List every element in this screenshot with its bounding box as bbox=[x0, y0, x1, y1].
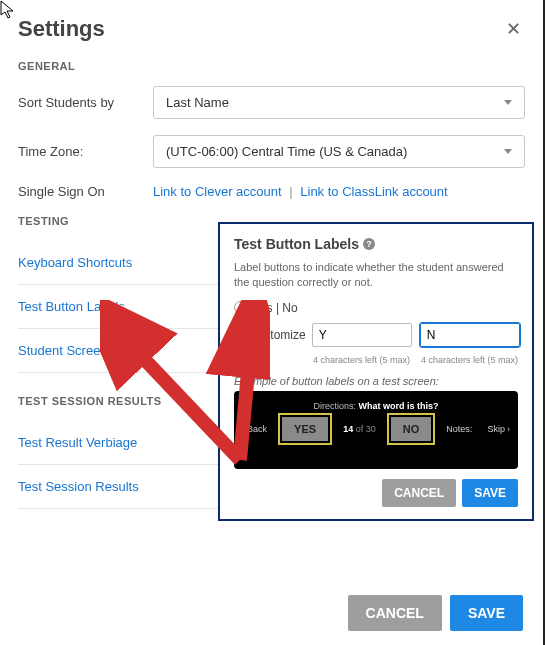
timezone-value: (UTC-06:00) Central Time (US & Canada) bbox=[166, 144, 407, 159]
popup-cancel-button[interactable]: CANCEL bbox=[382, 479, 456, 507]
separator: | bbox=[289, 184, 292, 199]
page-title: Settings bbox=[18, 16, 105, 42]
char-hint-no: 4 characters left (5 max) bbox=[418, 355, 518, 365]
example-label: Example of button labels on a test scree… bbox=[234, 375, 518, 387]
popup-save-button[interactable]: SAVE bbox=[462, 479, 518, 507]
link-clever[interactable]: Link to Clever account bbox=[153, 184, 282, 199]
example-notes: Notes: bbox=[446, 424, 472, 434]
popup-description: Label buttons to indicate whether the st… bbox=[234, 260, 518, 291]
cancel-button[interactable]: CANCEL bbox=[348, 595, 442, 631]
example-no-button: NO bbox=[391, 417, 432, 441]
char-hint-yes: 4 characters left (5 max) bbox=[310, 355, 410, 365]
sort-value: Last Name bbox=[166, 95, 229, 110]
example-directions-label: Directions: bbox=[313, 401, 356, 411]
example-preview: Directions: What word is this? ‹ Back YE… bbox=[234, 391, 518, 469]
radio-customize-label: Customize bbox=[249, 328, 306, 342]
close-icon[interactable]: ✕ bbox=[502, 16, 525, 42]
sort-label: Sort Students by bbox=[18, 95, 153, 110]
popup-title: Test Button Labels bbox=[234, 236, 359, 252]
radio-customize[interactable]: Customize bbox=[234, 323, 518, 347]
link-classlink[interactable]: Link to ClassLink account bbox=[300, 184, 447, 199]
timezone-label: Time Zone: bbox=[18, 144, 153, 159]
chevron-down-icon bbox=[504, 149, 512, 154]
example-skip: Skip › bbox=[487, 424, 510, 434]
example-yes-button: YES bbox=[282, 417, 328, 441]
sort-dropdown[interactable]: Last Name bbox=[153, 86, 525, 119]
label-input-yes[interactable] bbox=[312, 323, 412, 347]
radio-yes-no-label: Yes | No bbox=[253, 301, 298, 315]
radio-icon bbox=[234, 328, 243, 341]
chevron-down-icon bbox=[504, 100, 512, 105]
example-back: ‹ Back bbox=[242, 424, 267, 434]
label-input-no[interactable] bbox=[420, 323, 520, 347]
timezone-dropdown[interactable]: (UTC-06:00) Central Time (US & Canada) bbox=[153, 135, 525, 168]
example-counter: 14 of 30 bbox=[343, 424, 376, 434]
radio-icon bbox=[234, 301, 247, 314]
help-icon[interactable]: ? bbox=[363, 238, 375, 250]
example-directions-text: What word is this? bbox=[359, 401, 439, 411]
sso-label: Single Sign On bbox=[18, 184, 153, 199]
section-general: GENERAL bbox=[18, 60, 525, 72]
test-button-labels-popup: Test Button Labels ? Label buttons to in… bbox=[218, 222, 534, 521]
save-button[interactable]: SAVE bbox=[450, 595, 523, 631]
radio-yes-no[interactable]: Yes | No bbox=[234, 301, 518, 315]
